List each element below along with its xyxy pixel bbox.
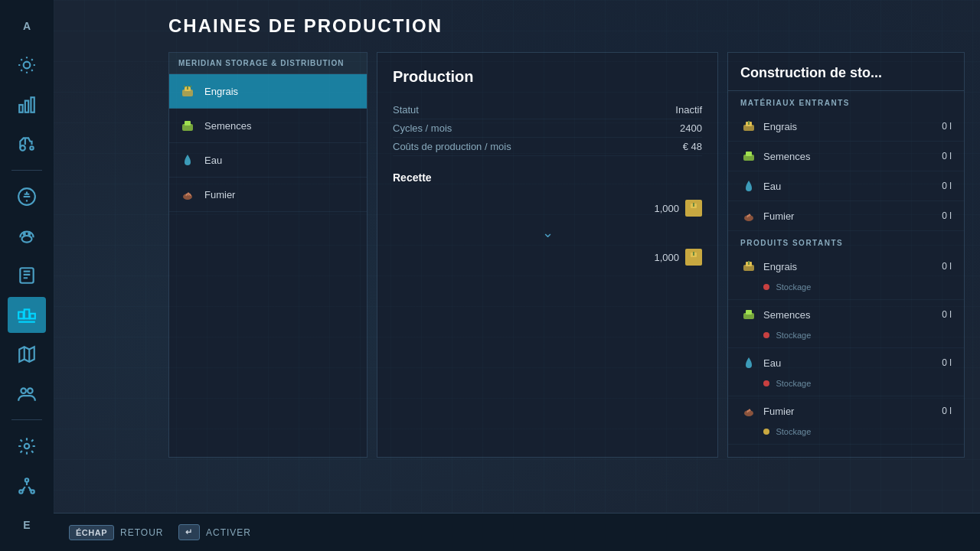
incoming-fumier-icon [740, 207, 757, 224]
outgoing-eau-value: 0 l [942, 357, 952, 368]
svg-rect-26 [185, 121, 191, 126]
contracts-icon [17, 266, 37, 285]
sidebar-item-weather[interactable] [8, 47, 46, 84]
outgoing-semences-icon [740, 306, 757, 323]
sidebar-item-money[interactable] [8, 178, 46, 215]
sidebar-item-animals[interactable] [8, 218, 46, 255]
svg-point-14 [21, 388, 26, 393]
recipe-section: Recette 1,000 ⌄ 1,000 [393, 171, 702, 270]
outgoing-engrais-name: Engrais [763, 261, 797, 272]
engrais-progress-dot [763, 284, 769, 290]
sidebar-item-stats[interactable] [8, 86, 46, 123]
incoming-semences-name: Semences [763, 151, 810, 162]
outgoing-engrais-value: 0 l [942, 261, 952, 272]
sidebar-item-contracts[interactable] [8, 257, 46, 294]
incoming-engrais-value: 0 l [942, 121, 952, 132]
outgoing-fumier-sub: Stockage [728, 422, 964, 445]
incoming-engrais: Engrais 0 l [728, 112, 964, 142]
incoming-eau: Eau 0 l [728, 171, 964, 201]
production-icon [17, 305, 37, 325]
outgoing-engrais-icon [740, 258, 757, 275]
list-item-eau[interactable]: Eau [169, 143, 367, 178]
list-item-engrais[interactable]: Engrais [169, 74, 367, 109]
recipe-input-qty: 1,000 [654, 203, 679, 214]
sidebar-item-tractor[interactable] [8, 126, 46, 163]
sidebar-item-a[interactable]: A [8, 8, 46, 44]
svg-rect-3 [31, 97, 34, 112]
sidebar: A [0, 0, 54, 551]
company-header: MERIDIAN STORAGE & DISTRIBUTION [169, 53, 367, 74]
outgoing-eau-name: Eau [763, 357, 781, 369]
semences-icon [178, 116, 197, 135]
construction-title: Construction de sto... [728, 53, 964, 91]
outgoing-fumier-value: 0 l [942, 406, 952, 416]
incoming-semences-value: 0 l [942, 151, 952, 161]
svg-point-9 [28, 233, 30, 235]
list-item-semences[interactable]: Semences [169, 109, 367, 143]
incoming-semences-icon [740, 148, 757, 165]
incoming-engrais-name: Engrais [763, 121, 797, 132]
weather-icon [17, 55, 37, 75]
incoming-fumier-name: Fumier [763, 210, 794, 222]
recipe-output-qty: 1,000 [654, 252, 679, 263]
money-icon [17, 187, 37, 207]
construction-panel: Construction de sto... MATÉRIAUX ENTRANT… [727, 52, 965, 458]
outgoing-eau-group: Eau 0 l Stockage [728, 348, 964, 396]
statut-row: Statut Inactif [393, 101, 702, 119]
production-details: Production Statut Inactif Cycles / mois … [377, 52, 718, 458]
incoming-engrais-icon [740, 118, 757, 135]
main-content: CHAINES DE PRODUCTION MERIDIAN STORAGE &… [54, 0, 980, 551]
engrais-icon [178, 82, 197, 100]
svg-rect-2 [25, 100, 28, 112]
workers-icon [17, 384, 37, 404]
production-panel-title: Production [393, 68, 702, 86]
page-title: CHAINES DE PRODUCTION [168, 15, 965, 37]
semences-progress-dot [763, 332, 769, 338]
bottom-bar: ÉCHAP RETOUR ↵ ACTIVER [54, 513, 980, 551]
sidebar-item-workers[interactable] [8, 376, 46, 412]
svg-point-7 [22, 236, 32, 243]
recipe-input: 1,000 [393, 195, 702, 221]
outgoing-semences-value: 0 l [942, 309, 952, 320]
incoming-eau-name: Eau [763, 181, 781, 192]
recipe-arrow: ⌄ [393, 221, 702, 244]
fumier-progress-dot [763, 429, 769, 435]
outgoing-eau-sub: Stockage [728, 374, 964, 396]
couts-value: € 48 [683, 141, 702, 152]
svg-point-5 [30, 147, 33, 150]
outgoing-fumier-stockage: Stockage [776, 427, 811, 436]
list-item-fumier[interactable]: Fumier [169, 178, 367, 212]
production-list: MERIDIAN STORAGE & DISTRIBUTION Engrais [168, 52, 368, 458]
svg-point-8 [24, 233, 25, 235]
couts-row: Coûts de production / mois € 48 [393, 138, 702, 156]
fumier-icon [178, 185, 197, 204]
sidebar-item-map[interactable] [8, 336, 46, 373]
outgoing-fumier-group: Fumier 0 l Stockage [728, 396, 964, 445]
outgoing-semences-name: Semences [763, 309, 810, 321]
sidebar-item-network[interactable] [8, 468, 46, 504]
content-wrapper: MERIDIAN STORAGE & DISTRIBUTION Engrais [168, 52, 965, 458]
incoming-semences: Semences 0 l [728, 142, 964, 171]
echap-button[interactable]: ÉCHAP RETOUR [69, 525, 163, 540]
outgoing-engrais-group: Engrais 0 l Stockage [728, 252, 964, 300]
echap-action: RETOUR [120, 527, 163, 538]
sidebar-item-production[interactable] [8, 297, 46, 334]
sidebar-item-settings[interactable] [8, 428, 46, 465]
svg-point-16 [24, 444, 30, 449]
enter-key: ↵ [178, 524, 200, 540]
e-icon: E [23, 519, 30, 531]
cycles-label: Cycles / mois [393, 122, 452, 134]
enter-button[interactable]: ↵ ACTIVER [178, 524, 251, 540]
recipe-output: 1,000 [393, 244, 702, 270]
svg-rect-38 [746, 152, 752, 156]
incoming-eau-value: 0 l [942, 181, 952, 191]
incoming-fumier: Fumier 0 l [728, 201, 964, 231]
stats-icon [17, 95, 37, 115]
network-icon [17, 476, 37, 496]
statut-label: Statut [393, 104, 419, 116]
settings-icon [17, 436, 37, 456]
sidebar-item-e[interactable]: E [8, 507, 46, 543]
animals-icon [17, 226, 37, 246]
cycles-row: Cycles / mois 2400 [393, 119, 702, 138]
eau-icon [178, 151, 197, 169]
